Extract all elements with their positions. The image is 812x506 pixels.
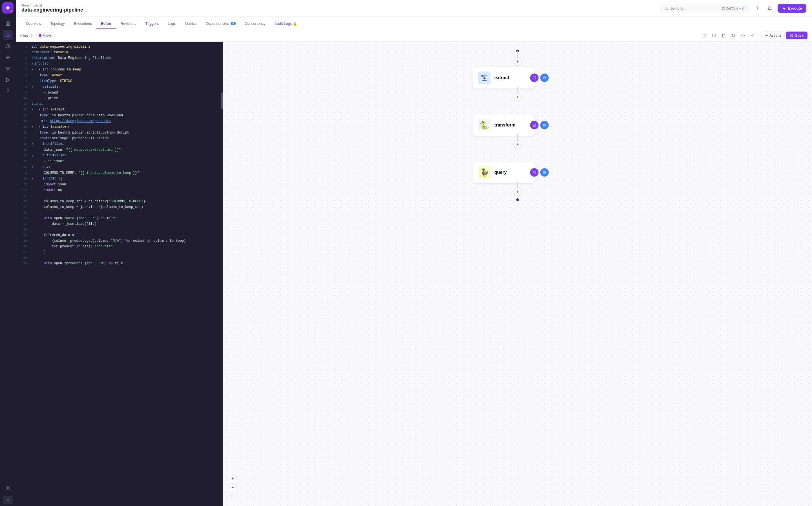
editor-toolbar: Files Flow	[16, 29, 406, 42]
main-content: Flows / tutorial data-engineering-pipeli…	[16, 0, 406, 253]
code-line-12: 12 ▼ - id: extract	[16, 107, 223, 113]
svg-point-12	[7, 90, 9, 91]
code-line-6: 6 type: ARRAY	[16, 73, 223, 78]
code-line-36: 36 for product in data["products"]	[16, 244, 223, 249]
app-logo[interactable]	[2, 2, 13, 13]
nav-tabs: Overview Topology Executions Editor Revi…	[16, 17, 406, 29]
editor-scroll-thumb[interactable]	[221, 92, 223, 109]
files-label[interactable]: Files	[20, 33, 33, 37]
editor-content: 1 id: data-engineering-pipeline 2 namesp…	[16, 42, 406, 253]
tab-revisions[interactable]: Revisions	[116, 19, 141, 29]
files-text: Files	[20, 33, 28, 37]
editor-scrollbar[interactable]	[221, 42, 223, 253]
flow-dot	[39, 34, 42, 37]
breadcrumb: Flows / tutorial	[21, 4, 83, 7]
code-line-11: 11 tasks:	[16, 101, 223, 107]
tab-editor[interactable]: Editor	[96, 19, 116, 29]
code-line-7: 7 itemType: STRING	[16, 78, 223, 84]
flow-canvas[interactable]: ▼ + HTTP extract	[223, 42, 406, 253]
code-line-30: 30	[16, 210, 223, 216]
code-line-32: 32 data = json.load(file)	[16, 221, 223, 227]
toolbar-left: Files Flow	[20, 32, 54, 38]
code-line-15: 15 ▼ - id: transform	[16, 124, 223, 130]
code-line-1: 1 id: data-engineering-pipeline	[16, 44, 223, 50]
page-title: data-engineering-pipeline	[21, 7, 83, 13]
code-line-5: 5 ▼ - id: columns_to_keep	[16, 67, 223, 73]
tab-executions[interactable]: Executions	[69, 19, 96, 29]
tab-metrics[interactable]: Metrics	[180, 19, 201, 29]
svg-rect-2	[8, 22, 10, 23]
flow-tab[interactable]: Flow	[36, 32, 54, 38]
flow-tab-label: Flow	[43, 33, 51, 37]
code-scroll-area[interactable]: 1 id: data-engineering-pipeline 2 namesp…	[16, 42, 223, 253]
code-line-9: 9 - brand	[16, 90, 223, 95]
code-line-4: 4 ▼inputs:	[16, 61, 223, 67]
sidebar-item-plugins[interactable]	[3, 64, 13, 74]
code-line-13: 13 type: io.kestra.plugin.core.http.Down…	[16, 113, 223, 118]
header-left: Flows / tutorial data-engineering-pipeli…	[21, 4, 83, 13]
code-line-10: 10 - price	[16, 95, 223, 101]
svg-marker-5	[6, 33, 10, 37]
tab-concurrency[interactable]: Concurrency	[240, 19, 270, 29]
sidebar-item-run[interactable]	[3, 75, 13, 85]
svg-rect-4	[8, 24, 10, 26]
code-line-24: 24 ▼ script: |	[16, 176, 223, 182]
code-line-28: 28 columns_to_keep_str = os.getenv("COLU…	[16, 199, 223, 204]
code-line-33: 33	[16, 227, 223, 233]
sidebar-item-flows[interactable]	[3, 30, 13, 40]
code-line-17: 17 containerImage: python:3.11-alpine	[16, 136, 223, 141]
code-line-2: 2 namespace: tutorial	[16, 50, 223, 55]
sidebar-item-secrets[interactable]	[3, 86, 13, 96]
code-line-37: 37 ]	[16, 249, 223, 253]
code-line-27: 27	[16, 193, 223, 199]
code-line-35: 35 {column: product.get(column, "N/A") f…	[16, 238, 223, 244]
code-line-18: 18 ▼ inputFiles:	[16, 141, 223, 147]
tab-logs[interactable]: Logs	[163, 19, 180, 29]
code-line-29: 29 columns_to_keep = json.loads(columns_…	[16, 204, 223, 210]
code-line-25: 25 import json	[16, 182, 223, 187]
page-header: Flows / tutorial data-engineering-pipeli…	[16, 0, 406, 17]
tab-overview[interactable]: Overview	[21, 19, 46, 29]
sidebar: «	[0, 0, 16, 253]
sidebar-item-logs[interactable]	[3, 53, 13, 63]
code-line-34: 34 filtered_data = [	[16, 233, 223, 238]
dependencies-badge: 0	[231, 22, 236, 25]
files-arrow-icon	[29, 33, 33, 37]
code-line-31: 31 with open("data.json", "r") as file:	[16, 216, 223, 221]
svg-marker-11	[6, 78, 10, 82]
sidebar-item-executions[interactable]	[3, 41, 13, 51]
code-line-26: 26 import os	[16, 187, 223, 193]
code-line-16: 16 type: io.kestra.plugin.scripts.python…	[16, 130, 223, 136]
sidebar-item-dashboard[interactable]	[3, 19, 13, 29]
code-line-22: 22 ▼ env:	[16, 164, 223, 170]
svg-point-10	[7, 68, 9, 70]
code-line-21: 21 - "*.json"	[16, 159, 223, 164]
tab-dependencies[interactable]: Dependencies 0	[201, 19, 240, 29]
tab-audit-logs[interactable]: Audit Logs 🔒	[270, 19, 302, 29]
code-line-23: 23 COLUMNS_TO_KEEP: "{{ inputs.columns_t…	[16, 170, 223, 176]
code-line-19: 19 data.json: "{{ outputs.extract.uri }}…	[16, 147, 223, 153]
code-editor[interactable]: 1 id: data-engineering-pipeline 2 namesp…	[16, 42, 223, 253]
breadcrumb-flows[interactable]: Flows	[21, 4, 29, 7]
code-line-20: 20 ▼ outputFiles:	[16, 153, 223, 159]
code-line-14: 14 uri: https://dummyjson.com/products	[16, 118, 223, 124]
svg-rect-1	[6, 22, 7, 23]
tab-triggers[interactable]: Triggers	[141, 19, 163, 29]
svg-point-0	[7, 7, 9, 9]
code-line-8: 8 ▼ defaults:	[16, 84, 223, 90]
svg-rect-3	[6, 24, 7, 26]
code-line-3: 3 description: Data Engineering Pipeline…	[16, 55, 223, 61]
tab-topology[interactable]: Topology	[46, 19, 69, 29]
